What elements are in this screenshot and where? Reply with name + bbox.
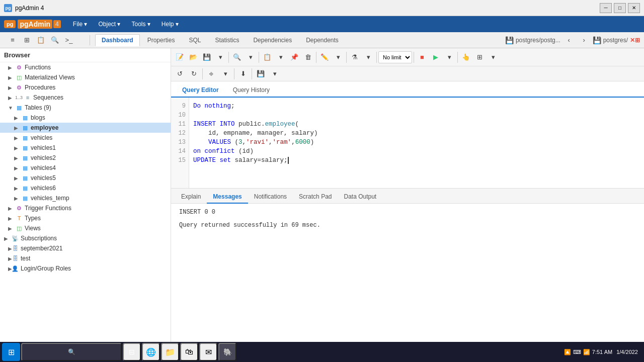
tree-item-subscriptions[interactable]: ▶ 📡 Subscriptions: [0, 233, 171, 243]
tab-scratch-pad[interactable]: Scratch Pad: [293, 191, 338, 204]
tree-item-vehicles5[interactable]: ▶ ▦ vehicles5: [0, 173, 171, 183]
tab-dependents[interactable]: Dependents: [299, 34, 345, 46]
filter-icon[interactable]: ⚗: [348, 51, 361, 64]
tab-query-editor[interactable]: Query Editor: [175, 83, 226, 98]
menu-tools[interactable]: Tools ▾: [126, 19, 155, 30]
tab-sql[interactable]: SQL: [182, 34, 207, 46]
filter-dropdown-icon[interactable]: ▾: [362, 51, 375, 64]
minimize-button[interactable]: ─: [600, 3, 612, 13]
taskbar-explorer[interactable]: 📁: [161, 343, 179, 361]
tree-item-blogs[interactable]: ▶ ▦ blogs: [0, 113, 171, 123]
limit-select[interactable]: No limit 10 100 1000: [378, 51, 412, 63]
tree-item-vehicles6[interactable]: ▶ ▦ vehicles6: [0, 183, 171, 193]
search-icon[interactable]: 🔍: [48, 34, 61, 47]
menu-object[interactable]: Object ▾: [93, 19, 125, 30]
tree-item-procedures[interactable]: ▶ ⚙ Procedures: [0, 82, 171, 93]
sidebar-title: Browser: [0, 48, 171, 62]
login-roles-icon: 👤: [11, 264, 19, 273]
tree-item-employee[interactable]: ▶ ▦ employee: [0, 123, 171, 133]
edit-icon[interactable]: ✏️: [318, 51, 331, 64]
run-icon[interactable]: ▶: [429, 51, 442, 64]
tree-item-vehicles1[interactable]: ▶ ▦ vehicles1: [0, 143, 171, 153]
menu-help[interactable]: Help ▾: [156, 19, 184, 30]
tab-data-output[interactable]: Data Output: [338, 191, 382, 204]
tree-item-views[interactable]: ▶ ◫ Views: [0, 223, 171, 233]
taskbar-edge[interactable]: 🌐: [142, 343, 160, 361]
new-query-icon[interactable]: 📝: [173, 51, 186, 64]
types-icon: T: [15, 214, 23, 222]
trigger-funcs-icon: ⚙: [15, 204, 23, 212]
format-icon[interactable]: ⎆: [205, 67, 218, 80]
code-line-10: [193, 111, 640, 120]
tree-item-vehicles2[interactable]: ▶ ▦ vehicles2: [0, 153, 171, 163]
save-icon[interactable]: 💾: [200, 51, 213, 64]
tab-explain[interactable]: Explain: [175, 191, 207, 204]
functions-label: Functions: [25, 64, 51, 71]
properties-icon[interactable]: 📋: [34, 34, 47, 47]
open-file-icon[interactable]: 📂: [187, 51, 200, 64]
tree-item-test[interactable]: ▶ 🗄 test: [0, 253, 171, 263]
find-dropdown-icon[interactable]: ▾: [244, 51, 257, 64]
start-button[interactable]: ⊞: [2, 343, 20, 361]
find-icon[interactable]: 🔍: [230, 51, 244, 64]
format-dropdown-icon[interactable]: ▾: [219, 67, 232, 80]
editor-tab-bar: Query Editor Query History: [171, 81, 644, 98]
refresh-icon[interactable]: ↻: [187, 67, 200, 80]
code-content[interactable]: Do nothing; INSERT INTO public.employee(…: [189, 98, 644, 188]
commit-dropdown-icon[interactable]: ▾: [268, 67, 281, 80]
clock-date: 1/4/2022: [616, 349, 638, 355]
tab-dependencies[interactable]: Dependencies: [247, 34, 298, 46]
save-dropdown-icon[interactable]: ▾: [214, 51, 227, 64]
tree-item-functions[interactable]: ▶ ⚙ Functions: [0, 62, 171, 72]
tree-item-mat-views[interactable]: ▶ ◫ Materialized Views: [0, 72, 171, 82]
tree-item-vehicles[interactable]: ▶ ▦ vehicles: [0, 133, 171, 143]
cursor-icon[interactable]: 👆: [459, 51, 472, 64]
tab-properties[interactable]: Properties: [141, 34, 182, 46]
tab-notifications[interactable]: Notifications: [248, 191, 293, 204]
tree-item-sequences[interactable]: ▶ 1..3 ≡ Sequences: [0, 93, 171, 103]
mat-views-label: Materialized Views: [25, 74, 75, 81]
terminal-icon[interactable]: >_: [62, 34, 75, 47]
tree-item-vehicles-temp[interactable]: ▶ ▦ vehicles_temp: [0, 193, 171, 203]
copy-dropdown-icon[interactable]: ▾: [274, 51, 287, 64]
menu-bar: pg pgAdmin 4 File ▾ Object ▾ Tools ▾ Hel…: [0, 16, 644, 32]
tab-query-history[interactable]: Query History: [226, 83, 277, 98]
run-dropdown-icon[interactable]: ▾: [443, 51, 456, 64]
code-editor[interactable]: 9 10 11 12 13 14 15 Do nothing; INSERT I…: [171, 98, 644, 188]
history-icon[interactable]: ↺: [173, 67, 186, 80]
grid-view-icon[interactable]: ⊞: [20, 34, 33, 47]
edit-dropdown-icon[interactable]: ▾: [332, 51, 345, 64]
taskbar-pgadmin[interactable]: 🐘: [218, 343, 236, 361]
tab-dashboard[interactable]: Dashboard: [95, 34, 140, 46]
tree-item-tables[interactable]: ▼ ▦ Tables (9): [0, 103, 171, 113]
tab-messages[interactable]: Messages: [207, 191, 248, 204]
sep2021-label: september2021: [21, 245, 62, 252]
tree-item-types[interactable]: ▶ T Types: [0, 213, 171, 223]
employee-icon: ▦: [21, 124, 29, 132]
breadcrumb-back[interactable]: ‹: [562, 34, 576, 47]
taskbar-search[interactable]: 🔍: [21, 343, 122, 361]
login-roles-label: Login/Group Roles: [21, 265, 71, 272]
browser-icon[interactable]: ≡: [6, 34, 19, 47]
copy-icon[interactable]: 📋: [261, 51, 274, 64]
taskbar-taskview[interactable]: ⊟: [123, 343, 141, 361]
close-button[interactable]: ✕: [628, 3, 640, 13]
tree-item-vehicles4[interactable]: ▶ ▦ vehicles4: [0, 163, 171, 173]
tab-statistics[interactable]: Statistics: [208, 34, 246, 46]
maximize-button[interactable]: □: [614, 3, 626, 13]
functions-icon: ⚙: [15, 63, 23, 71]
table-view-icon[interactable]: ⊞: [473, 51, 486, 64]
taskbar-mail[interactable]: ✉: [199, 343, 217, 361]
commit-icon[interactable]: 💾: [254, 67, 267, 80]
stop-icon[interactable]: ■: [416, 51, 429, 64]
tree-item-trigger-funcs[interactable]: ▶ ⚙ Trigger Functions: [0, 203, 171, 213]
view-dropdown-icon[interactable]: ▾: [487, 51, 500, 64]
download-icon[interactable]: ⬇: [236, 67, 250, 80]
menu-file[interactable]: File ▾: [68, 19, 93, 30]
tree-item-login-roles[interactable]: ▶ 👤 Login/Group Roles: [0, 263, 171, 274]
breadcrumb-forward[interactable]: ›: [578, 34, 591, 47]
paste-icon[interactable]: 📌: [288, 51, 301, 64]
tree-item-sep2021[interactable]: ▶ 🗄 september2021: [0, 243, 171, 253]
taskbar-store[interactable]: 🛍: [180, 343, 198, 361]
delete-icon[interactable]: 🗑: [301, 51, 314, 64]
